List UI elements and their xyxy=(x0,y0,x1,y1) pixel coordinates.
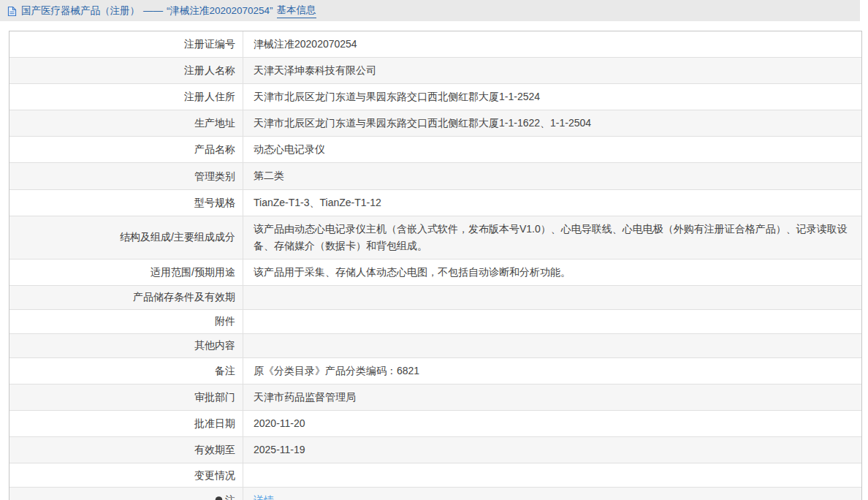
row-label-text: 管理类别 xyxy=(194,169,235,184)
table-row: 变更情况 xyxy=(9,463,861,487)
row-label-text: 生产地址 xyxy=(194,115,235,131)
row-label-text: 附件 xyxy=(215,314,235,329)
row-value-text: 2020-11-20 xyxy=(254,415,305,432)
row-value: 天津天泽坤泰科技有限公司 xyxy=(243,58,861,83)
row-value: 详情 xyxy=(243,488,861,500)
row-value: 第二类 xyxy=(243,163,861,189)
row-label-text: 产品储存条件及有效期 xyxy=(133,289,235,305)
row-value xyxy=(243,334,861,357)
row-value-text: 天津市药品监督管理局 xyxy=(254,389,356,406)
table-row: 有效期至2025-11-19 xyxy=(9,436,861,463)
row-label: 结构及组成/主要组成成分 xyxy=(9,216,243,259)
row-value: 2025-11-19 xyxy=(243,437,861,463)
detail-link[interactable]: 详情 xyxy=(254,492,274,500)
row-value xyxy=(243,463,861,487)
table-row: 批准日期2020-11-20 xyxy=(9,410,861,436)
row-value: 该产品由动态心电记录仪主机（含嵌入式软件，发布版本号V1.0）、心电导联线、心电… xyxy=(243,216,861,259)
row-value: 天津市药品监督管理局 xyxy=(243,385,861,410)
row-label-text: 变更情况 xyxy=(194,468,235,483)
row-value xyxy=(243,310,861,333)
row-label-text: 批准日期 xyxy=(194,416,235,431)
row-value-text: 该产品由动态心电记录仪主机（含嵌入式软件，发布版本号V1.0）、心电导联线、心电… xyxy=(254,221,851,254)
row-label: 其他内容 xyxy=(9,334,243,357)
row-value: 动态心电记录仪 xyxy=(243,137,861,162)
row-value: 天津市北辰区龙门东道与果园东路交口西北侧红郡大厦1-1-1622、1-1-250… xyxy=(243,110,861,136)
row-label: 有效期至 xyxy=(9,437,243,463)
row-label: 批准日期 xyxy=(9,411,243,436)
table-row: 注册人名称天津天泽坤泰科技有限公司 xyxy=(9,57,861,83)
registration-info-table: 注册证编号津械注准20202070254注册人名称天津天泽坤泰科技有限公司注册人… xyxy=(9,31,862,500)
row-label-text: 有效期至 xyxy=(194,442,235,458)
row-label: 注册证编号 xyxy=(9,31,243,57)
row-value: 该产品用于采集、存储人体动态心电图，不包括自动诊断和分析功能。 xyxy=(243,260,861,285)
row-label: 产品名称 xyxy=(9,137,243,162)
row-label-text: 注册证编号 xyxy=(184,37,235,52)
row-label-text: 注册人住所 xyxy=(184,89,235,105)
row-value: 原《分类目录》产品分类编码：6821 xyxy=(243,358,861,384)
row-value xyxy=(243,286,861,309)
row-label: 备注 xyxy=(9,358,243,384)
table-row: 附件 xyxy=(9,309,861,333)
row-label: 生产地址 xyxy=(9,110,243,136)
table-row: 注册证编号津械注准20202070254 xyxy=(9,31,861,57)
row-value-text: 津械注准20202070254 xyxy=(254,36,357,53)
row-label: 注 xyxy=(9,488,243,500)
row-label: 注册人名称 xyxy=(9,58,243,83)
row-label: 产品储存条件及有效期 xyxy=(9,286,243,309)
row-label-text: 型号规格 xyxy=(194,195,235,211)
row-label-text: 产品名称 xyxy=(194,142,235,157)
table-row: 管理类别第二类 xyxy=(9,162,861,189)
table-row: 生产地址天津市北辰区龙门东道与果园东路交口西北侧红郡大厦1-1-1622、1-1… xyxy=(9,110,861,136)
row-value-text: 天津天泽坤泰科技有限公司 xyxy=(254,62,376,79)
row-value-text: TianZe-T1-3、TianZe-T1-12 xyxy=(254,194,381,211)
table-row: 其他内容 xyxy=(9,333,861,357)
row-label: 适用范围/预期用途 xyxy=(9,260,243,285)
row-label-text: 注册人名称 xyxy=(184,63,235,78)
table-row: 注详情 xyxy=(9,487,861,500)
page-title: 基本信息 xyxy=(277,4,316,18)
breadcrumb-category: 国产医疗器械产品（注册） xyxy=(21,4,140,18)
row-label: 注册人住所 xyxy=(9,84,243,110)
row-value-text: 2025-11-19 xyxy=(254,442,305,458)
row-label-text: 适用范围/预期用途 xyxy=(151,265,235,280)
breadcrumb-dash: —— xyxy=(143,5,163,16)
table-row: 注册人住所天津市北辰区龙门东道与果园东路交口西北侧红郡大厦1-1-2524 xyxy=(9,83,861,110)
row-value-text: 该产品用于采集、存储人体动态心电图，不包括自动诊断和分析功能。 xyxy=(254,264,571,281)
row-label-text: 其他内容 xyxy=(194,338,235,353)
row-label: 附件 xyxy=(9,310,243,333)
row-label: 型号规格 xyxy=(9,190,243,216)
row-value: 2020-11-20 xyxy=(243,411,861,436)
breadcrumb-cert-number: “津械注准20202070254” xyxy=(167,4,273,18)
row-label-text: 结构及组成/主要组成成分 xyxy=(120,230,235,245)
row-value-text: 原《分类目录》产品分类编码：6821 xyxy=(254,363,419,379)
row-label: 审批部门 xyxy=(9,385,243,410)
table-row: 审批部门天津市药品监督管理局 xyxy=(9,384,861,410)
note-balloon-icon xyxy=(215,496,223,500)
table-row: 结构及组成/主要组成成分该产品由动态心电记录仪主机（含嵌入式软件，发布版本号V1… xyxy=(9,216,861,259)
row-value-text: 天津市北辰区龙门东道与果园东路交口西北侧红郡大厦1-1-1622、1-1-250… xyxy=(254,115,591,132)
table-row: 适用范围/预期用途该产品用于采集、存储人体动态心电图，不包括自动诊断和分析功能。 xyxy=(9,259,861,285)
row-label: 管理类别 xyxy=(9,163,243,189)
document-icon xyxy=(7,6,17,17)
row-label: 变更情况 xyxy=(9,463,243,487)
table-row: 产品名称动态心电记录仪 xyxy=(9,136,861,162)
row-value: 天津市北辰区龙门东道与果园东路交口西北侧红郡大厦1-1-2524 xyxy=(243,84,861,110)
row-value-text: 第二类 xyxy=(254,167,284,184)
table-row: 产品储存条件及有效期 xyxy=(9,285,861,309)
row-value: TianZe-T1-3、TianZe-T1-12 xyxy=(243,190,861,216)
table-row: 备注原《分类目录》产品分类编码：6821 xyxy=(9,357,861,384)
row-label-text: 审批部门 xyxy=(194,390,235,405)
breadcrumb-bar: 国产医疗器械产品（注册） —— “津械注准20202070254” 基本信息 xyxy=(0,0,860,21)
row-label-text: 注 xyxy=(225,493,235,500)
row-value-text: 天津市北辰区龙门东道与果园东路交口西北侧红郡大厦1-1-2524 xyxy=(254,88,540,105)
table-row: 型号规格TianZe-T1-3、TianZe-T1-12 xyxy=(9,189,861,216)
row-value-text: 动态心电记录仪 xyxy=(254,141,325,158)
row-value: 津械注准20202070254 xyxy=(243,31,861,57)
row-label-text: 备注 xyxy=(215,363,235,379)
